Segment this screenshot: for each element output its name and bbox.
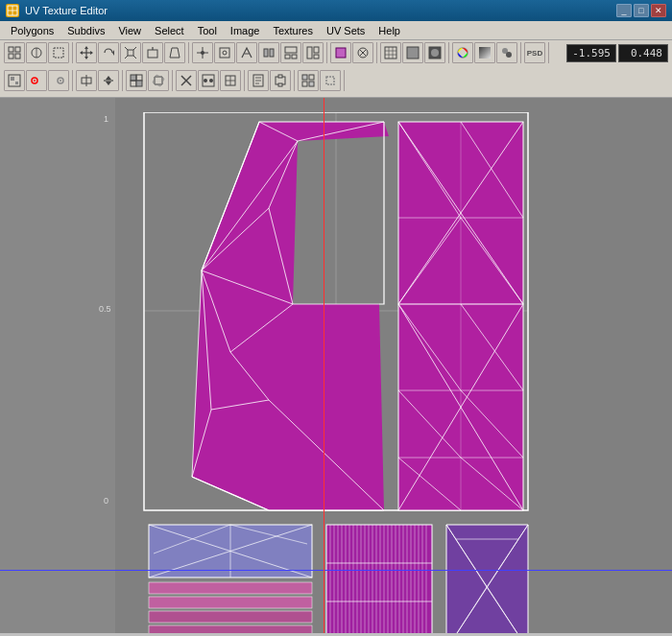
svg-line-20 — [125, 56, 128, 59]
tb2-11[interactable] — [248, 70, 269, 91]
svg-rect-70 — [136, 81, 142, 86]
svg-rect-89 — [309, 75, 314, 80]
svg-rect-17 — [128, 50, 133, 56]
minimize-button[interactable]: _ — [616, 4, 632, 17]
tb2-2[interactable] — [26, 70, 47, 91]
svg-line-19 — [133, 47, 136, 50]
toolbar-group-5 — [380, 42, 449, 63]
svg-point-77 — [209, 79, 213, 82]
toolbar-group-2 — [76, 42, 189, 63]
coordinates-display: -1.595 0.448 — [566, 44, 668, 62]
svg-rect-36 — [307, 47, 312, 59]
svg-rect-88 — [302, 75, 307, 80]
svg-rect-6 — [15, 54, 20, 59]
tb-shear[interactable] — [164, 42, 185, 63]
menu-uvsets[interactable]: UV Sets — [320, 23, 372, 38]
menu-select[interactable]: Select — [148, 23, 191, 38]
svg-rect-43 — [385, 47, 396, 59]
svg-point-59 — [34, 80, 36, 82]
menu-help[interactable]: Help — [372, 23, 407, 38]
tb-disp2[interactable] — [402, 42, 423, 63]
menu-tool[interactable]: Tool — [191, 23, 224, 38]
svg-rect-37 — [314, 47, 319, 53]
svg-marker-12 — [84, 46, 88, 49]
svg-marker-65 — [106, 76, 111, 80]
tb-unfold[interactable] — [258, 42, 279, 63]
svg-rect-9 — [54, 48, 63, 58]
menu-bar: Polygons Subdivs View Select Tool Image … — [0, 21, 672, 40]
tb2-6[interactable] — [126, 70, 147, 91]
svg-rect-31 — [264, 49, 268, 57]
tb-color3[interactable] — [496, 42, 517, 63]
tb-disp1[interactable] — [380, 42, 401, 63]
tb-snap2[interactable] — [214, 42, 235, 63]
toolbar-group-3 — [192, 42, 327, 63]
tb2-5[interactable] — [98, 70, 119, 91]
svg-point-54 — [506, 52, 512, 58]
tb2-10[interactable] — [220, 70, 241, 91]
tb-psd[interactable]: PSD — [524, 42, 545, 63]
tb-uv1[interactable] — [330, 42, 351, 63]
svg-rect-5 — [9, 54, 13, 59]
svg-rect-91 — [309, 82, 314, 86]
toolbar-group-4 — [330, 42, 377, 63]
svg-point-27 — [201, 51, 204, 55]
close-button[interactable]: ✕ — [651, 4, 666, 17]
app-icon — [6, 4, 19, 17]
tb2-12[interactable] — [270, 70, 291, 91]
tb-grid-toggle[interactable] — [4, 42, 25, 63]
toolbar: PSD -1.595 0.448 — [0, 40, 672, 98]
tb-disp3[interactable] — [424, 42, 445, 63]
tb2-1[interactable] — [4, 70, 25, 91]
toolbar-row2-group6 — [298, 70, 345, 91]
horizontal-axis-line — [0, 570, 672, 571]
toolbar-group-7: PSD — [524, 42, 549, 63]
tb-uv2[interactable] — [352, 42, 373, 63]
svg-rect-34 — [285, 55, 290, 59]
tb2-3[interactable] — [48, 70, 69, 91]
svg-rect-22 — [148, 50, 157, 58]
tb-select-all[interactable] — [48, 42, 69, 63]
tb-color1[interactable] — [452, 42, 473, 63]
tb-layout2[interactable] — [302, 42, 324, 63]
svg-rect-3 — [9, 47, 13, 52]
vertical-axis-line — [324, 98, 324, 633]
menu-textures[interactable]: Textures — [266, 23, 320, 38]
svg-marker-176 — [446, 525, 528, 633]
tb-stitch[interactable] — [236, 42, 257, 63]
svg-rect-86 — [278, 75, 282, 78]
tb-snap1[interactable] — [192, 42, 213, 63]
menu-view[interactable]: View — [111, 23, 148, 38]
window-title: UV Texture Editor — [25, 5, 616, 16]
tb2-4[interactable] — [76, 70, 97, 91]
menu-polygons[interactable]: Polygons — [4, 23, 60, 38]
tb-color2[interactable] — [474, 42, 495, 63]
menu-image[interactable]: Image — [224, 23, 267, 38]
tb-select-region[interactable] — [26, 42, 47, 63]
tb-move[interactable] — [76, 42, 97, 63]
svg-rect-32 — [270, 49, 274, 57]
tb-scale[interactable] — [120, 42, 141, 63]
tb-transform2[interactable] — [142, 42, 163, 63]
menu-subdiv[interactable]: Subdivs — [60, 23, 111, 38]
tb2-7[interactable] — [148, 70, 169, 91]
maximize-button[interactable]: □ — [634, 4, 649, 17]
svg-rect-52 — [479, 47, 491, 59]
svg-point-61 — [60, 80, 61, 82]
svg-point-76 — [204, 79, 207, 82]
svg-rect-143 — [149, 597, 312, 608]
tb2-8[interactable] — [176, 70, 197, 91]
svg-rect-147 — [326, 525, 432, 633]
tb2-14[interactable] — [320, 70, 341, 91]
toolbar-group-6 — [452, 42, 521, 63]
svg-rect-145 — [149, 625, 312, 633]
title-bar: UV Texture Editor _ □ ✕ — [0, 0, 672, 21]
svg-marker-14 — [80, 51, 83, 55]
tb-rotate[interactable] — [98, 42, 119, 63]
viewport[interactable]: 1 0.5 0 — [0, 98, 672, 633]
svg-rect-57 — [15, 82, 18, 84]
tb2-9[interactable] — [198, 70, 219, 91]
svg-rect-35 — [292, 55, 297, 59]
tb-layout[interactable] — [280, 42, 301, 63]
tb2-13[interactable] — [298, 70, 319, 91]
